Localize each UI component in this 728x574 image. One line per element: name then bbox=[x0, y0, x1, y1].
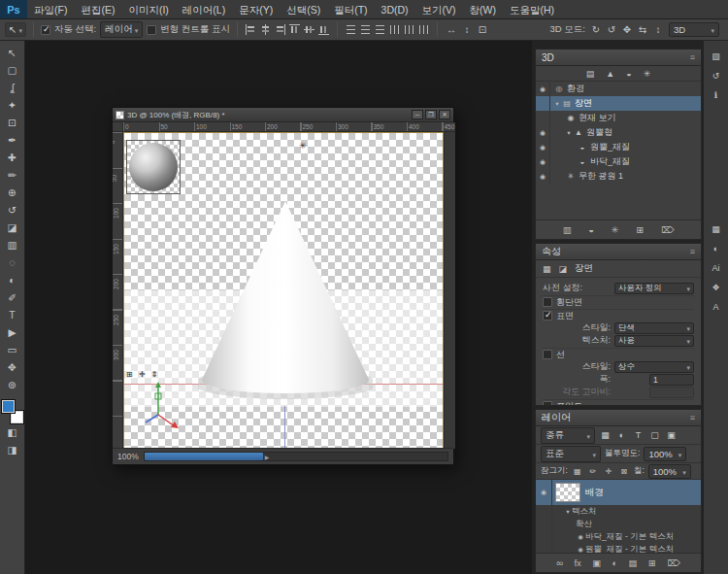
distribute-vertical-spacing-icon[interactable]: ↕ bbox=[460, 24, 474, 35]
3d-tree-row[interactable]: ▼ ▤ 장면 bbox=[536, 96, 701, 111]
eyedropper-tool[interactable]: ✒ bbox=[1, 131, 24, 149]
visibility-eye-icon[interactable]: ◉ bbox=[536, 140, 550, 154]
ruler-horizontal[interactable]: 050100150200250300350400450 bbox=[123, 122, 455, 132]
delete-item-icon[interactable]: ⌦ bbox=[661, 224, 674, 235]
layer-visibility-eye-icon[interactable] bbox=[536, 518, 552, 530]
hand-tool[interactable]: ✥ bbox=[1, 358, 24, 376]
panel-history-icon[interactable]: ↺ bbox=[707, 68, 726, 84]
disclosure-triangle-icon[interactable]: ▼ bbox=[553, 101, 561, 107]
lock-transparency-icon[interactable]: ▦ bbox=[572, 467, 583, 476]
angle-threshold-field[interactable] bbox=[649, 387, 694, 398]
ground-plane-controls[interactable]: ⊞ ✛ ⇕ bbox=[126, 370, 160, 379]
crop-tool[interactable]: ⊡ bbox=[1, 114, 24, 131]
visibility-eye-icon[interactable]: ◉ bbox=[536, 82, 550, 96]
distribute-top-edges-icon[interactable] bbox=[345, 23, 357, 36]
menu-item[interactable]: 보기(V) bbox=[415, 0, 463, 19]
clone-stamp-tool[interactable]: ⊕ bbox=[1, 184, 24, 201]
3d-tree-row[interactable]: ◉ ◎ 환경 bbox=[536, 82, 701, 96]
zoom-level[interactable]: 100% bbox=[117, 452, 139, 461]
move-tool[interactable]: ↖ bbox=[1, 44, 24, 61]
screen-mode-button[interactable]: ◨ bbox=[1, 441, 24, 458]
distribute-right-edges-icon[interactable] bbox=[417, 23, 430, 36]
fill-dropdown[interactable]: 100% bbox=[648, 464, 691, 479]
tool-preset-picker[interactable]: ↖ bbox=[5, 22, 26, 37]
workspace-switcher[interactable]: 3D bbox=[669, 22, 719, 37]
layer-row[interactable]: 확산 bbox=[536, 518, 701, 530]
link-layers-icon[interactable]: ∞ bbox=[556, 557, 563, 568]
close-button[interactable]: ✕ bbox=[439, 110, 450, 119]
panel-info-icon[interactable]: ℹ bbox=[707, 87, 726, 103]
horizontal-scrollbar[interactable]: ▶ bbox=[144, 452, 448, 461]
filter-adjustment-layers-icon[interactable]: ◐ bbox=[615, 430, 628, 440]
auto-select-checkbox[interactable] bbox=[41, 25, 50, 35]
align-top-edges-icon[interactable] bbox=[288, 23, 301, 36]
lasso-tool[interactable]: ʆ bbox=[1, 79, 24, 96]
layer-row[interactable]: ▼ 텍스처 bbox=[536, 505, 701, 518]
menu-item[interactable]: 3D(D) bbox=[375, 0, 415, 19]
delete-layer-icon[interactable]: ⌦ bbox=[667, 557, 679, 568]
3d-rotate-camera-icon[interactable]: ↻ bbox=[589, 24, 603, 35]
layer-style-icon[interactable]: fx bbox=[574, 557, 580, 568]
healing-brush-tool[interactable]: ✚ bbox=[1, 149, 24, 166]
align-right-edges-icon[interactable] bbox=[274, 23, 286, 36]
3d-tree-row[interactable]: ◉ ▼ ▲ 원뿔형 bbox=[536, 125, 701, 140]
filter-type-layers-icon[interactable]: T bbox=[632, 430, 645, 440]
auto-select-target-dropdown[interactable]: 레이어 bbox=[100, 21, 143, 38]
lock-pixels-icon[interactable]: ✏ bbox=[587, 467, 599, 476]
menu-item[interactable]: 편집(E) bbox=[74, 0, 121, 19]
render-settings-icon[interactable]: ▥ bbox=[563, 224, 572, 235]
new-light-icon[interactable]: ✳ bbox=[612, 224, 619, 235]
menu-item[interactable]: 선택(S) bbox=[280, 0, 327, 19]
panel-menu-icon[interactable]: ≡ bbox=[690, 52, 695, 62]
distribute-horizontal-centers-icon[interactable] bbox=[403, 23, 415, 36]
light-widget-icon[interactable]: ✳ bbox=[299, 141, 307, 151]
3d-pan-camera-icon[interactable]: ✥ bbox=[620, 24, 634, 35]
scrollbar-thumb[interactable] bbox=[145, 453, 263, 460]
disclosure-triangle-icon[interactable]: ▼ bbox=[564, 509, 572, 515]
marquee-tool[interactable]: ▢ bbox=[1, 61, 24, 79]
align-bottom-edges-icon[interactable] bbox=[317, 23, 330, 36]
surface-checkbox[interactable] bbox=[543, 311, 552, 321]
new-item-icon[interactable]: ⊞ bbox=[636, 224, 644, 235]
filter-shape-layers-icon[interactable]: ▢ bbox=[648, 430, 661, 440]
quick-selection-tool[interactable]: ✦ bbox=[1, 96, 24, 114]
new-material-icon[interactable]: ◒ bbox=[588, 224, 594, 235]
3d-tree-row[interactable]: ◉ ◒ 바닥_재질 bbox=[536, 154, 701, 169]
texture-visibility-eye-icon[interactable]: ◉ bbox=[576, 533, 585, 541]
filter-smart-objects-icon[interactable]: ▣ bbox=[665, 430, 678, 440]
opacity-dropdown[interactable]: 100% bbox=[644, 447, 686, 461]
pen-tool[interactable]: ✐ bbox=[1, 288, 24, 306]
panel-menu-icon[interactable]: ≡ bbox=[690, 247, 695, 256]
canvas[interactable]: ✳ ⊞ ✛ ⇕ bbox=[123, 132, 444, 449]
menu-item[interactable]: 이미지(I) bbox=[121, 0, 175, 19]
maximize-button[interactable]: ❐ bbox=[425, 110, 437, 119]
visibility-eye-icon[interactable]: ◉ bbox=[536, 125, 550, 140]
new-group-icon[interactable]: ▤ bbox=[629, 557, 638, 568]
gradient-tool[interactable]: ▥ bbox=[1, 236, 24, 253]
line-width-field[interactable]: 1 bbox=[649, 374, 694, 386]
distribute-bottom-edges-icon[interactable] bbox=[374, 23, 386, 36]
document-titlebar[interactable]: 3D @ 100% (배경, RGB/8) * ─❐✕ bbox=[113, 108, 453, 122]
shape-tool[interactable]: ▭ bbox=[1, 341, 24, 358]
add-layer-mask-icon[interactable]: ▣ bbox=[592, 557, 601, 568]
quick-mask-button[interactable]: ◧ bbox=[1, 423, 24, 441]
properties-panel-header[interactable]: 속성 ≡ bbox=[536, 244, 701, 260]
layer-visibility-eye-icon[interactable]: ◉ bbox=[536, 480, 552, 505]
align-left-edges-icon[interactable] bbox=[245, 23, 257, 36]
3d-axis-widget[interactable] bbox=[134, 380, 182, 434]
foreground-color-swatch[interactable] bbox=[2, 400, 15, 413]
eraser-tool[interactable]: ◪ bbox=[1, 219, 24, 236]
texture-dropdown[interactable]: 사용 bbox=[614, 335, 694, 347]
zoom-tool[interactable]: ⊚ bbox=[1, 376, 24, 393]
ruler-vertical[interactable]: 050100150200250300 bbox=[113, 132, 123, 449]
visibility-eye-icon[interactable]: ◉ bbox=[536, 154, 550, 169]
align-vertical-centers-icon[interactable] bbox=[303, 23, 315, 36]
filter-meshes-icon[interactable]: ▲ bbox=[606, 69, 614, 79]
filter-lights-icon[interactable]: ✳ bbox=[644, 69, 651, 79]
menu-item[interactable]: 파일(F) bbox=[27, 0, 74, 19]
auto-align-layers-icon[interactable]: ⊡ bbox=[476, 24, 489, 35]
visibility-eye-icon[interactable] bbox=[536, 111, 550, 125]
scene-properties-icon[interactable]: ▦ bbox=[543, 264, 551, 274]
brush-tool[interactable]: ✏ bbox=[1, 166, 24, 184]
line-style-dropdown[interactable]: 상수 bbox=[614, 361, 694, 373]
